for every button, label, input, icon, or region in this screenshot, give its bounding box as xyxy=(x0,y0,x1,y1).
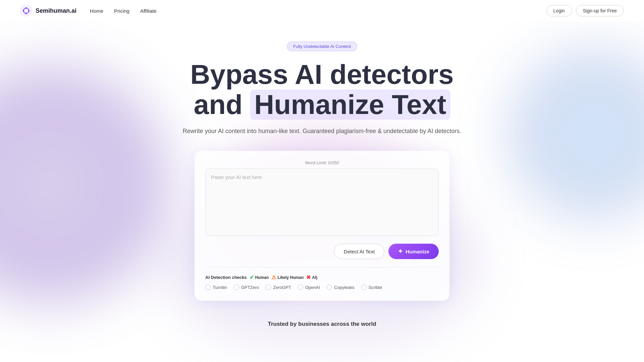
logo-link[interactable]: Semihuman.ai xyxy=(20,5,76,17)
svg-point-5 xyxy=(25,13,27,14)
tool-card: Word Limit: 0/250 Detect AI Text ✦ Human… xyxy=(195,151,449,301)
detector-label-openai: OpenAI xyxy=(305,285,320,290)
nav-left: Semihuman.ai Home Pricing Affiliate xyxy=(20,5,157,17)
brand-name: Semihuman.ai xyxy=(36,7,76,14)
detector-label-turnitin: Turnitin xyxy=(213,285,227,290)
detector-item-turnitin: Turnitin xyxy=(205,285,227,290)
logo-icon xyxy=(20,5,32,17)
detector-list: TurnitinGPTZeroZeroGPTOpenAICopyleaksScr… xyxy=(205,285,439,290)
humanize-button[interactable]: ✦ Humanize xyxy=(388,244,439,259)
hero-title: Bypass AI detectors and Humanize Text xyxy=(0,59,644,120)
login-button[interactable]: Login xyxy=(546,5,572,16)
hero-title-highlight: Humanize Text xyxy=(250,89,450,120)
nav-links: Home Pricing Affiliate xyxy=(90,8,157,14)
svg-point-3 xyxy=(28,10,30,12)
nav-right: Login Sign-up for Free xyxy=(546,5,624,16)
detector-item-zerogpt: ZeroGPT xyxy=(266,285,291,290)
hero-badge: Fully Undetectable AI Content xyxy=(287,42,357,51)
detection-section-label: AI Detection checks xyxy=(205,275,247,280)
detector-radio-turnitin[interactable] xyxy=(205,285,211,290)
trusted-label: Trusted by businesses across the world xyxy=(268,321,376,327)
detector-item-copyleaks: Copyleaks xyxy=(327,285,355,290)
human-icon: ✔ xyxy=(250,274,254,281)
ai-badge: ✖ AI) xyxy=(306,274,317,281)
plus-icon: ✦ xyxy=(398,248,403,255)
likely-human-badge: ⚠ Likely Human xyxy=(271,274,304,281)
hero-title-line2-pre: and xyxy=(194,89,250,120)
trusted-section: Trusted by businesses across the world xyxy=(0,321,644,327)
svg-point-4 xyxy=(25,7,27,9)
detector-item-gptzero: GPTZero xyxy=(234,285,259,290)
nav-link-affiliate[interactable]: Affiliate xyxy=(140,8,157,14)
detector-radio-openai[interactable] xyxy=(298,285,303,290)
detector-label-gptzero: GPTZero xyxy=(241,285,259,290)
detection-title: AI Detection checks ✔ Human ⚠ Likely Hum… xyxy=(205,274,439,281)
svg-point-0 xyxy=(20,5,32,17)
ai-icon: ✖ xyxy=(306,274,311,281)
navbar: Semihuman.ai Home Pricing Affiliate Logi… xyxy=(0,0,644,21)
detector-radio-zerogpt[interactable] xyxy=(266,285,271,290)
nav-link-home[interactable]: Home xyxy=(90,8,103,14)
humanize-button-label: Humanize xyxy=(406,249,429,254)
ai-text-input[interactable] xyxy=(205,169,439,236)
signup-button[interactable]: Sign-up for Free xyxy=(576,5,624,16)
svg-point-2 xyxy=(23,10,24,12)
detector-radio-scribbr[interactable] xyxy=(361,285,367,290)
detector-radio-copyleaks[interactable] xyxy=(327,285,332,290)
detector-label-copyleaks: Copyleaks xyxy=(334,285,355,290)
nav-link-pricing[interactable]: Pricing xyxy=(114,8,129,14)
hero-subtitle: Rewrite your AI content into human-like … xyxy=(0,128,644,135)
hero-section: Fully Undetectable AI Content Bypass AI … xyxy=(0,21,644,301)
human-badge: ✔ Human xyxy=(250,274,269,281)
ai-label: AI) xyxy=(312,275,317,280)
detector-label-scribbr: Scribbr xyxy=(369,285,382,290)
detector-item-openai: OpenAI xyxy=(298,285,320,290)
likely-human-icon: ⚠ xyxy=(271,274,276,281)
detector-item-scribbr: Scribbr xyxy=(361,285,382,290)
word-limit-label: Word Limit: 0/250 xyxy=(205,160,439,165)
detection-checks: AI Detection checks ✔ Human ⚠ Likely Hum… xyxy=(205,267,439,290)
likely-human-label: Likely Human xyxy=(277,275,304,280)
tool-actions: Detect AI Text ✦ Humanize xyxy=(205,244,439,259)
detector-radio-gptzero[interactable] xyxy=(234,285,239,290)
detect-ai-text-button[interactable]: Detect AI Text xyxy=(334,244,384,259)
detector-label-zerogpt: ZeroGPT xyxy=(273,285,291,290)
hero-title-line1: Bypass AI detectors xyxy=(190,59,453,89)
human-label: Human xyxy=(255,275,269,280)
